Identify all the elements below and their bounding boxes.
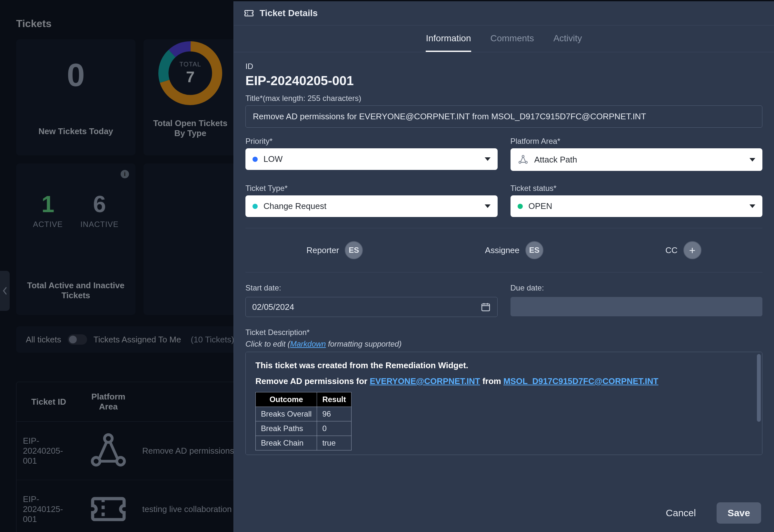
assigned-toggle[interactable] — [68, 334, 87, 345]
type-value: Change Request — [263, 201, 326, 211]
chevron-down-icon — [485, 204, 491, 208]
outcome-key: Breaks Overall — [256, 407, 317, 421]
due-date-input[interactable] — [511, 297, 763, 316]
drawer-footer: Cancel Save — [234, 494, 774, 532]
desc-line2-pre: Remove AD permissions for — [255, 376, 370, 386]
outcome-table: Outcome Result Breaks Overall96Break Pat… — [255, 392, 352, 450]
reporter-avatar[interactable]: ES — [345, 241, 363, 259]
tab-comments[interactable]: Comments — [491, 33, 534, 52]
outcome-val: 0 — [317, 421, 351, 436]
cell-ticket-id: EIP-20240125-001 — [16, 480, 81, 532]
assignee-cell: Assignee ES — [485, 241, 543, 259]
outcome-val: 96 — [317, 407, 351, 421]
tab-activity[interactable]: Activity — [553, 33, 582, 52]
status-value: OPEN — [529, 201, 552, 211]
svg-point-6 — [519, 161, 521, 163]
desc-link-msol[interactable]: MSOL_D917C915D7FC@CORPNET.INT — [503, 376, 658, 386]
card-placeholder — [144, 163, 237, 315]
type-dot-icon — [253, 204, 258, 209]
priority-dot-icon — [253, 157, 258, 162]
attack-path-icon — [87, 430, 129, 472]
start-date-label: Start date: — [245, 283, 498, 292]
filter-assigned-label: Tickets Assigned To Me — [94, 335, 181, 345]
open-by-type-label: Total Open Tickets By Type — [152, 118, 229, 138]
chevron-down-icon — [749, 158, 755, 162]
drawer-title: Ticket Details — [260, 8, 318, 18]
type-select[interactable]: Change Request — [245, 195, 498, 217]
donut-total-value: 7 — [186, 68, 195, 86]
active-count: 1 — [33, 191, 63, 217]
filter-all-label: All tickets — [26, 335, 61, 345]
svg-point-4 — [117, 458, 124, 465]
svg-point-3 — [92, 458, 100, 465]
new-tickets-count: 0 — [24, 59, 127, 91]
outcome-val: true — [317, 436, 351, 450]
donut-total-label: TOTAL — [179, 61, 201, 68]
card-open-by-type: TOTAL 7 Total Open Tickets By Type — [144, 39, 237, 155]
start-date-value: 02/05/2024 — [252, 302, 294, 312]
th-platform-area[interactable]: Platform Area — [81, 382, 136, 422]
status-select[interactable]: OPEN — [511, 195, 763, 217]
priority-select[interactable]: LOW — [245, 148, 498, 170]
desc-line1: This ticket was created from the Remedia… — [255, 360, 468, 370]
due-date-label: Due date: — [511, 283, 763, 292]
th-outcome: Outcome — [256, 392, 317, 407]
chevron-left-icon — [2, 286, 7, 295]
tab-information[interactable]: Information — [426, 33, 471, 52]
inactive-count: 6 — [80, 191, 119, 217]
calendar-icon — [481, 302, 491, 312]
svg-point-5 — [104, 435, 112, 442]
new-tickets-label: New Tickets Today — [24, 126, 127, 136]
info-icon[interactable]: i — [121, 170, 129, 178]
cancel-button[interactable]: Cancel — [655, 502, 707, 524]
th-ticket-id[interactable]: Ticket ID — [16, 382, 81, 422]
collapse-sidebar-handle[interactable] — [0, 271, 10, 311]
cc-cell: CC + — [665, 241, 701, 259]
description-editor[interactable]: This ticket was created from the Remedia… — [245, 352, 762, 455]
card-active-inactive: i 1 ACTIVE 6 INACTIVE Total Active and I… — [16, 163, 135, 315]
outcome-row: Break Chaintrue — [256, 436, 352, 450]
reporter-cell: Reporter ES — [306, 241, 363, 259]
card-new-tickets: 0 New Tickets Today — [16, 39, 135, 155]
type-label: Ticket Type* — [245, 184, 498, 193]
assignee-avatar[interactable]: ES — [525, 241, 543, 259]
cc-add-button[interactable]: + — [683, 241, 701, 259]
outcome-row: Break Paths0 — [256, 421, 352, 436]
status-dot-icon — [518, 204, 523, 209]
description-label: Ticket Description* — [245, 328, 762, 337]
scrollbar[interactable] — [757, 354, 761, 453]
markdown-link[interactable]: Markdown — [290, 340, 326, 348]
priority-value: LOW — [263, 154, 283, 164]
platform-select[interactable]: Attack Path — [511, 148, 763, 171]
id-label: ID — [245, 62, 762, 71]
assignee-label: Assignee — [485, 245, 520, 255]
active-inactive-label: Total Active and Inactive Tickets — [24, 281, 127, 300]
attack-path-icon — [518, 154, 529, 165]
ticket-icon — [243, 8, 254, 19]
ticket-details-drawer: Ticket Details Information Comments Acti… — [233, 1, 774, 532]
svg-rect-9 — [482, 304, 490, 311]
ticket-icon — [87, 488, 129, 530]
reporter-label: Reporter — [306, 245, 339, 255]
cell-platform-area — [81, 422, 136, 480]
chevron-down-icon — [749, 204, 755, 208]
platform-value: Attack Path — [534, 155, 577, 165]
outcome-key: Break Paths — [256, 421, 317, 436]
drawer-tabs: Information Comments Activity — [234, 25, 774, 52]
outcome-key: Break Chain — [256, 436, 317, 450]
priority-label: Priority* — [245, 137, 498, 146]
cell-platform-area — [81, 480, 136, 532]
active-label: ACTIVE — [33, 220, 63, 229]
desc-line2-mid: from — [480, 376, 503, 386]
desc-link-everyone[interactable]: EVERYONE@CORPNET.INT — [370, 376, 480, 386]
start-date-input[interactable]: 02/05/2024 — [245, 297, 498, 317]
th-result: Result — [317, 392, 351, 407]
save-button[interactable]: Save — [717, 502, 761, 524]
id-value: EIP-20240205-001 — [245, 74, 762, 88]
outcome-row: Breaks Overall96 — [256, 407, 352, 421]
status-label: Ticket status* — [511, 184, 763, 193]
title-input[interactable] — [245, 105, 762, 128]
inactive-label: INACTIVE — [80, 220, 119, 229]
cc-label: CC — [665, 245, 678, 255]
drawer-header: Ticket Details — [234, 1, 774, 25]
